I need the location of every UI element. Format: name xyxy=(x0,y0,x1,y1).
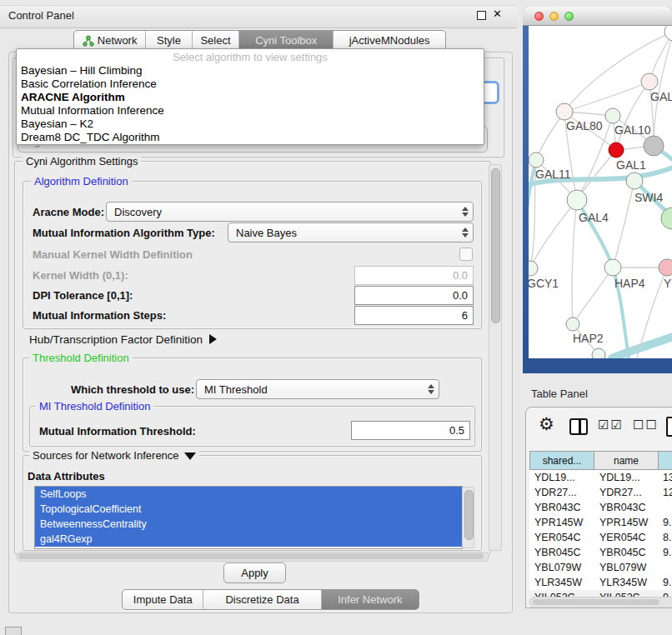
table-cell[interactable]: YBR045C xyxy=(599,547,646,558)
which-threshold-label: Which threshold to use: xyxy=(71,383,194,396)
tab-select[interactable]: Select xyxy=(193,31,240,50)
table-panel-title: Table Panel xyxy=(531,388,588,400)
sources-group-title[interactable]: Sources for Network Inference xyxy=(29,449,199,462)
popup-item-selected[interactable]: ARACNE Algorithm xyxy=(17,91,484,104)
edge xyxy=(573,268,613,324)
column-header-shared-label: shared... xyxy=(543,455,582,467)
float-window-icon[interactable] xyxy=(477,11,486,20)
tab-select-label: Select xyxy=(200,34,230,47)
kernel-width-field[interactable] xyxy=(354,266,474,285)
node-hap2 xyxy=(566,318,579,331)
table-cell[interactable]: YLR345W xyxy=(599,577,647,588)
table-cell[interactable]: YBR043C xyxy=(599,502,646,513)
column-header-shared[interactable]: shared... xyxy=(529,451,594,470)
popup-item[interactable]: Bayesian – Hill Climbing xyxy=(17,64,484,78)
table-cell[interactable]: YDR27... xyxy=(534,487,577,498)
mi-steps-field[interactable] xyxy=(354,306,474,325)
node-label: GCY1 xyxy=(529,277,559,290)
table-cell[interactable]: YER054C xyxy=(599,532,646,543)
dpi-tolerance-field[interactable] xyxy=(354,286,474,305)
node-gal10 xyxy=(605,108,620,123)
popup-item[interactable]: Mutual Information Inference xyxy=(17,104,484,118)
split-columns-icon[interactable] xyxy=(569,418,588,435)
table-cell[interactable]: YBR045C xyxy=(534,547,581,558)
zoom-traffic-light-icon[interactable] xyxy=(564,12,574,21)
list-item[interactable]: SelfLoops xyxy=(35,487,462,502)
column-header-clipped[interactable]: A xyxy=(658,451,672,470)
table-cell[interactable]: YPR145W xyxy=(534,517,583,528)
table-horizontal-scrollbar[interactable] xyxy=(529,597,672,608)
threshold-definition-title: Threshold Definition xyxy=(29,352,133,364)
tab-jactivemnodules[interactable]: jActiveMNodules xyxy=(333,31,445,50)
document-icon[interactable] xyxy=(666,417,672,437)
table-cell[interactable]: YER054C xyxy=(534,532,581,543)
popup-item[interactable]: Bayesian – K2 xyxy=(17,118,484,131)
mi-threshold-group-title: MI Threshold Definition xyxy=(36,400,153,412)
table-cell[interactable]: 9. xyxy=(663,517,671,528)
spinner-arrows-icon xyxy=(428,380,434,398)
tab-discretize-data[interactable]: Discretize Data xyxy=(203,590,321,609)
column-header-name[interactable]: name xyxy=(594,451,659,470)
popup-item[interactable]: Basic Correlation Inference xyxy=(17,78,484,91)
collapsed-arrow-icon xyxy=(209,334,217,344)
network-window-titlebar[interactable] xyxy=(523,7,672,26)
which-threshold-combobox[interactable]: MI Threshold xyxy=(196,379,439,399)
aracne-mode-label: Aracne Mode: xyxy=(33,206,104,218)
kernel-width-label: Kernel Width (0,1): xyxy=(33,269,128,282)
table-cell[interactable]: 9. xyxy=(663,577,671,588)
tab-cyni-toolbox[interactable]: Cyni Toolbox xyxy=(239,31,333,50)
tab-network[interactable]: Network xyxy=(74,31,146,50)
tab-impute-data-label: Impute Data xyxy=(133,593,193,606)
settings-horizontal-scrollbar[interactable] xyxy=(16,552,489,562)
tab-cyni-toolbox-label: Cyni Toolbox xyxy=(255,34,317,47)
table-cell[interactable]: 8. xyxy=(663,532,671,543)
table-cell[interactable]: 13 xyxy=(663,472,672,483)
popup-item[interactable]: Dream8 DC_TDC Algorithm xyxy=(17,131,484,144)
hub-definition-toggle[interactable]: Hub/Transcription Factor Definition xyxy=(29,333,217,346)
minimize-traffic-light-icon[interactable] xyxy=(549,12,559,21)
settings-vertical-scrollbar[interactable] xyxy=(489,164,502,551)
tab-infer-network[interactable]: Infer Network xyxy=(322,590,419,609)
settings-horizontal-scrollbar-thumb[interactable] xyxy=(18,553,484,559)
list-vertical-scrollbar-thumb[interactable] xyxy=(464,490,474,540)
list-item[interactable]: TopologicalCoefficient xyxy=(35,502,462,517)
select-all-checkboxes-icon[interactable]: ☑☑ xyxy=(598,418,624,432)
table-cell[interactable]: YDR27... xyxy=(599,487,642,498)
hub-definition-label: Hub/Transcription Factor Definition xyxy=(29,333,203,346)
corner-widget-icon[interactable] xyxy=(5,627,22,635)
tab-style[interactable]: Style xyxy=(146,31,193,50)
settings-vertical-scrollbar-thumb[interactable] xyxy=(491,168,500,323)
mi-type-combobox[interactable]: Naive Bayes xyxy=(228,222,474,242)
node-label: GAL1 xyxy=(616,158,646,172)
table-cell[interactable]: YBR043C xyxy=(534,502,581,513)
aracne-mode-combobox[interactable]: Discovery xyxy=(106,202,474,222)
tab-impute-data[interactable]: Impute Data xyxy=(123,590,203,609)
node xyxy=(664,26,672,41)
network-canvas[interactable]: GAL GAL80 GAL10 GAL1 GAL11 SWI4 GAL4 GCY… xyxy=(529,26,672,358)
close-traffic-light-icon[interactable] xyxy=(534,12,544,21)
table-cell[interactable]: 12 xyxy=(663,487,672,498)
table-cell[interactable]: 9. xyxy=(663,547,671,558)
data-attributes-list[interactable]: SelfLoops TopologicalCoefficient Between… xyxy=(34,486,463,549)
manual-kernel-checkbox[interactable] xyxy=(459,248,473,261)
table-horizontal-scrollbar-thumb[interactable] xyxy=(533,599,659,605)
tab-network-label: Network xyxy=(98,34,138,47)
node-gal11 xyxy=(529,152,544,168)
node-label: GAL xyxy=(650,90,672,103)
table-cell[interactable]: YPR145W xyxy=(599,517,648,528)
table-cell[interactable]: YLR345W xyxy=(534,577,582,588)
table-cell[interactable]: YDL19... xyxy=(599,472,640,483)
table-cell[interactable]: YBL079W xyxy=(599,562,646,573)
node xyxy=(659,259,672,276)
deselect-all-checkboxes-icon[interactable]: ☐☐ xyxy=(633,418,659,432)
list-vertical-scrollbar[interactable] xyxy=(462,487,474,548)
mi-type-value: Naive Bayes xyxy=(236,227,297,239)
list-item[interactable]: gal4RGexp xyxy=(35,532,462,547)
list-item[interactable]: BetweennessCentrality xyxy=(35,517,462,532)
apply-button[interactable]: Apply xyxy=(223,562,286,583)
table-cell[interactable]: YDL19... xyxy=(534,472,575,483)
table-cell[interactable]: YBL079W xyxy=(534,562,581,573)
mi-threshold-field[interactable] xyxy=(351,421,470,440)
gear-icon[interactable]: ⚙ xyxy=(539,414,554,434)
close-icon[interactable]: ✕ xyxy=(493,8,502,20)
